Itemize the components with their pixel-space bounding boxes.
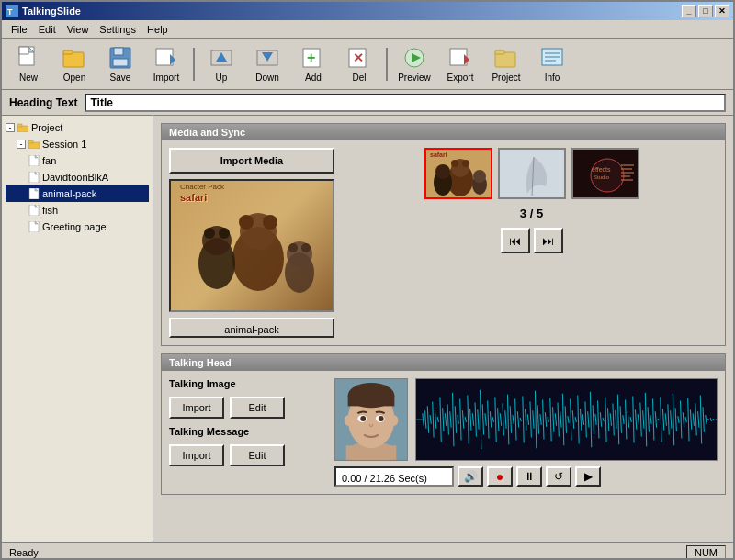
time-display: 0.00 / 21.26 Sec(s) <box>334 466 454 487</box>
sidebar-item-fan[interactable]: fan <box>6 152 149 169</box>
svg-rect-36 <box>29 172 39 183</box>
svg-point-89 <box>390 415 398 426</box>
num-indicator: NUM <box>686 545 726 560</box>
export-button[interactable]: Export <box>439 43 481 85</box>
sidebar-item-animal-pack[interactable]: animal-pack <box>6 185 149 202</box>
file-icon-davidtoon <box>28 171 40 184</box>
save-icon <box>107 45 133 71</box>
svg-rect-3 <box>19 47 28 54</box>
volume-icon: 🔊 <box>464 470 478 483</box>
sidebar-item-animal-label: animal-pack <box>42 188 96 199</box>
svg-point-54 <box>288 243 298 252</box>
thumbnail-1[interactable]: safari <box>424 148 492 199</box>
svg-point-88 <box>345 415 352 426</box>
svg-point-86 <box>360 416 366 421</box>
down-button[interactable]: Down <box>246 43 288 85</box>
tree-toggle-session1[interactable]: - <box>17 140 26 149</box>
record-icon: ● <box>496 469 503 484</box>
maximize-button[interactable]: □ <box>698 5 713 17</box>
menu-file[interactable]: File <box>6 22 33 37</box>
media-sync-content: Import Media Chacter Pack safari <box>162 140 725 345</box>
file-icon-greeting <box>28 220 40 233</box>
svg-rect-40 <box>29 205 39 216</box>
talking-image-btn-row: Import Edit <box>169 397 316 419</box>
talking-image-edit-button[interactable]: Edit <box>230 397 285 419</box>
svg-point-60 <box>462 160 469 167</box>
talking-head-header: Talking Head <box>162 354 725 371</box>
svg-rect-42 <box>29 221 39 232</box>
menu-view[interactable]: View <box>62 22 95 37</box>
project-icon <box>493 45 519 71</box>
thumbnail-3[interactable]: effects Studio <box>571 148 639 199</box>
svg-point-47 <box>263 215 277 230</box>
waveform-display <box>415 378 718 461</box>
toolbar-separator <box>193 48 195 81</box>
talking-left-panel: Talking Image Import Edit Talking Messag… <box>169 378 316 466</box>
talking-image-import-button[interactable]: Import <box>169 397 224 419</box>
add-button[interactable]: + Add <box>292 43 334 85</box>
open-button[interactable]: Open <box>53 43 96 85</box>
minimize-button[interactable]: _ <box>682 5 696 17</box>
thumb1-image: safari <box>426 150 491 197</box>
import-icon <box>153 45 179 71</box>
talking-message-edit-button[interactable]: Edit <box>230 444 285 466</box>
close-button[interactable]: ✕ <box>715 5 729 17</box>
svg-rect-25 <box>495 50 504 54</box>
svg-point-51 <box>219 228 230 239</box>
menu-edit[interactable]: Edit <box>33 22 62 37</box>
heading-input[interactable] <box>85 94 726 112</box>
svg-rect-9 <box>113 59 128 66</box>
svg-point-64 <box>473 170 486 183</box>
sidebar-item-davidtoon[interactable]: DavidtoonBlkA <box>6 169 149 185</box>
main-content: - Project - Session 1 fan Davidto <box>2 116 733 542</box>
new-button[interactable]: New <box>7 43 50 85</box>
down-icon <box>254 45 280 71</box>
new-icon <box>16 45 41 71</box>
audio-record-button[interactable]: ● <box>487 466 513 487</box>
sidebar-item-session1[interactable]: - Session 1 <box>6 136 149 152</box>
svg-rect-31 <box>17 124 22 127</box>
del-button[interactable]: ✕ Del <box>338 43 380 85</box>
sidebar-item-greeting[interactable]: Greeting page <box>6 218 149 235</box>
up-icon <box>209 45 234 71</box>
up-button[interactable]: Up <box>200 43 243 85</box>
svg-point-50 <box>204 228 215 239</box>
audio-volume-button[interactable]: 🔊 <box>458 466 483 487</box>
media-right-panel: safari <box>345 148 718 253</box>
menu-bar: File Edit View Settings Help <box>2 20 733 39</box>
import-button[interactable]: Import <box>145 43 187 85</box>
svg-text:Studio: Studio <box>594 174 610 180</box>
folder-icon <box>17 121 29 134</box>
talking-message-import-button[interactable]: Import <box>169 444 224 466</box>
menu-settings[interactable]: Settings <box>94 22 141 37</box>
audio-controls-row: 0.00 / 21.26 Sec(s) 🔊 ● ⏸ ↺ <box>334 466 718 487</box>
menu-help[interactable]: Help <box>141 22 174 37</box>
preview-button[interactable]: Preview <box>393 43 435 85</box>
tree-toggle-project[interactable]: - <box>6 123 15 132</box>
svg-rect-34 <box>29 155 39 166</box>
media-name-label: animal-pack <box>169 318 334 338</box>
talking-media-row <box>334 378 718 461</box>
sidebar-item-davidtoon-label: DavidtoonBlkA <box>42 172 108 183</box>
svg-rect-8 <box>114 48 123 55</box>
save-button[interactable]: Save <box>99 43 141 85</box>
sidebar-item-project[interactable]: - Project <box>6 119 149 136</box>
audio-loop-button[interactable]: ↺ <box>546 466 571 487</box>
thumbnail-2[interactable] <box>498 148 566 199</box>
audio-play-button[interactable]: ▶ <box>575 466 601 487</box>
svg-rect-76 <box>621 175 630 177</box>
nav-next-button[interactable]: ⏭ <box>534 228 563 253</box>
sidebar-item-greeting-label: Greeting page <box>42 221 107 232</box>
nav-prev-button[interactable]: ⏮ <box>501 228 530 253</box>
talking-head-section: Talking Head Talking Image Import Edit T… <box>161 353 726 495</box>
project-button[interactable]: Project <box>485 43 527 85</box>
svg-rect-74 <box>621 168 632 170</box>
audio-pause-button[interactable]: ⏸ <box>516 466 542 487</box>
svg-rect-6 <box>63 50 73 54</box>
sidebar-item-fish[interactable]: fish <box>6 202 149 218</box>
info-button[interactable]: Info <box>531 43 573 85</box>
nav-next-icon: ⏭ <box>542 234 554 248</box>
svg-point-55 <box>301 243 311 252</box>
import-media-button[interactable]: Import Media <box>169 148 334 174</box>
file-icon-fan <box>28 154 40 167</box>
